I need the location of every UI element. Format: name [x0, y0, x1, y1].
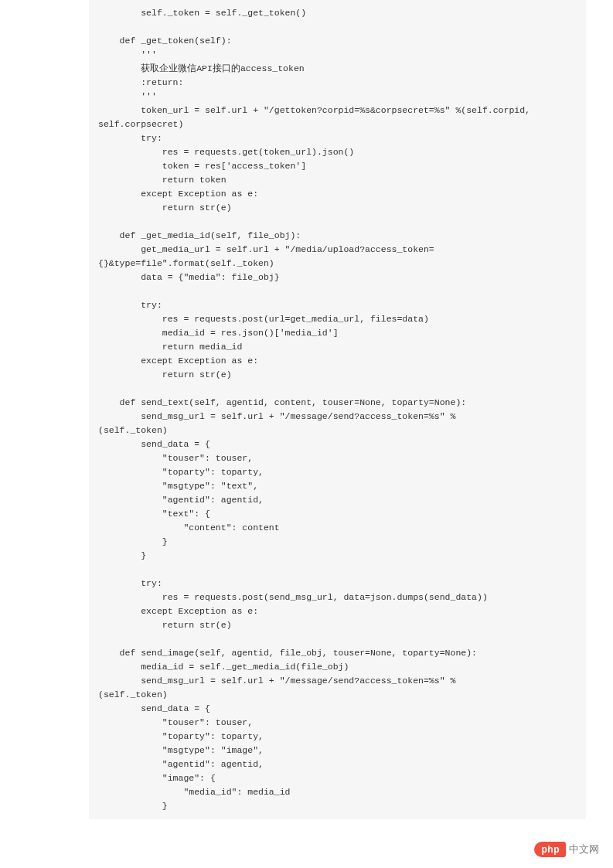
- watermark: php 中文网: [534, 842, 600, 857]
- code-block: self._token = self._get_token() def _get…: [89, 0, 586, 819]
- php-badge-icon: php: [534, 842, 567, 857]
- watermark-text: 中文网: [569, 842, 599, 856]
